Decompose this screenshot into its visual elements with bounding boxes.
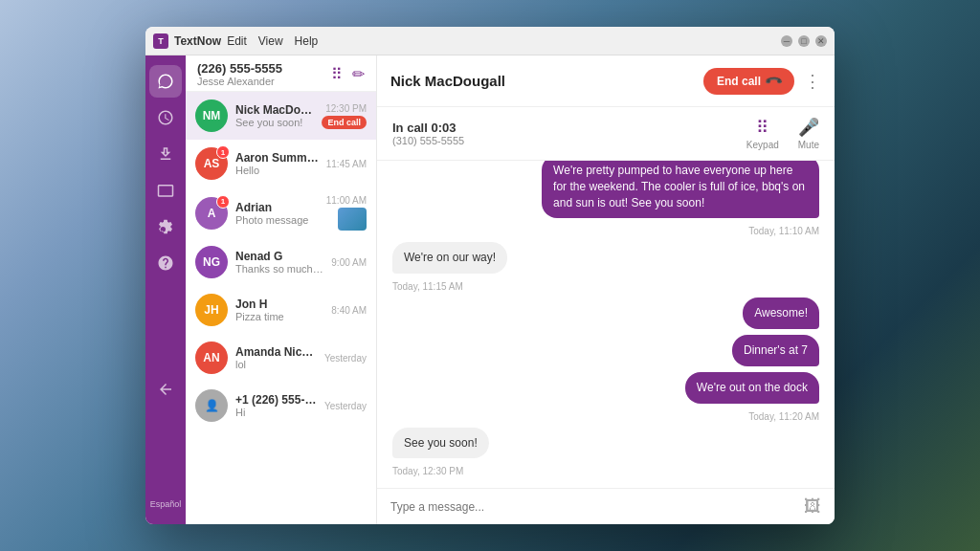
compose-icon[interactable]: ✏ bbox=[352, 65, 365, 83]
messages-container: Hey!We're pretty pumped to have everyone… bbox=[377, 161, 835, 488]
contact-meta: Yesterday bbox=[324, 401, 367, 411]
sidebar-icon-help[interactable] bbox=[149, 247, 182, 279]
contact-items: NM Nick MacDougall See you soon! 12:30 P… bbox=[186, 92, 376, 524]
contact-item[interactable]: NG Nenad G Thanks so much! I hope you...… bbox=[186, 238, 376, 286]
contact-item[interactable]: AS 1 Aaron Summers Hello 11:45 AM bbox=[186, 140, 376, 187]
message-bubble: We're on our way! bbox=[392, 242, 507, 274]
contact-meta: 11:00 AM bbox=[326, 195, 367, 231]
message-timestamp: Today, 11:20 AM bbox=[392, 411, 819, 422]
call-info-bar: In call 0:03 (310) 555-5555 ⠿ Keypad 🎤 M… bbox=[377, 107, 835, 161]
maximize-button[interactable]: □ bbox=[798, 35, 810, 47]
contact-name: Nenad G bbox=[235, 250, 323, 263]
keypad-label: Keypad bbox=[746, 140, 779, 150]
mute-label: Mute bbox=[798, 140, 819, 150]
avatar: JH bbox=[195, 294, 228, 326]
contact-info: Adrian Photo message bbox=[235, 201, 319, 226]
contact-item[interactable]: NM Nick MacDougall See you soon! 12:30 P… bbox=[186, 92, 376, 140]
contact-item[interactable]: JH Jon H Pizza time 8:40 AM bbox=[186, 286, 376, 334]
sidebar-icon-back[interactable] bbox=[149, 373, 182, 406]
contact-name: Adrian bbox=[235, 201, 319, 214]
keypad-button[interactable]: ⠿ Keypad bbox=[746, 117, 779, 150]
keypad-icon: ⠿ bbox=[756, 117, 768, 138]
end-call-badge: End call bbox=[322, 116, 367, 129]
minimize-button[interactable]: ─ bbox=[781, 35, 792, 47]
app-body: Español (226) 555-5555 Jesse Alexander ⠿… bbox=[145, 55, 835, 524]
call-actions: ⠿ Keypad 🎤 Mute bbox=[746, 117, 819, 150]
contact-info: Nenad G Thanks so much! I hope you... bbox=[235, 250, 323, 275]
contact-item[interactable]: 👤 +1 (226) 555-1234 Hi Yesterday bbox=[186, 382, 376, 430]
contact-info: Nick MacDougall See you soon! bbox=[235, 103, 314, 128]
message-input[interactable] bbox=[390, 500, 796, 514]
contact-meta: 8:40 AM bbox=[331, 305, 367, 316]
close-button[interactable]: ✕ bbox=[815, 35, 827, 47]
sidebar-icon-tablet[interactable] bbox=[149, 174, 182, 207]
attach-icon[interactable]: 🖼 bbox=[804, 496, 821, 517]
message-bubble: See you soon! bbox=[392, 428, 489, 459]
dialpad-icon[interactable]: ⠿ bbox=[331, 65, 343, 83]
message-row: Dinner's at 7 bbox=[392, 335, 819, 366]
contact-time: 11:00 AM bbox=[326, 195, 367, 206]
message-row: We're out on the dock bbox=[392, 372, 819, 404]
message-timestamp: Today, 11:15 AM bbox=[392, 281, 819, 292]
menu-view[interactable]: View bbox=[258, 34, 283, 48]
user-name: Jesse Alexander bbox=[197, 76, 282, 87]
contact-info: Jon H Pizza time bbox=[235, 298, 323, 322]
avatar: NG bbox=[195, 246, 228, 278]
message-timestamp: Today, 11:10 AM bbox=[392, 226, 819, 236]
end-call-button[interactable]: End call 📞 bbox=[703, 68, 794, 95]
message-bubble: Awesome! bbox=[743, 298, 819, 329]
sidebar-icon-settings[interactable] bbox=[149, 210, 182, 243]
avatar: NM bbox=[195, 99, 228, 132]
contact-time: 12:30 PM bbox=[325, 103, 367, 114]
title-bar: T TextNow Edit View Help ─ □ ✕ bbox=[145, 27, 835, 55]
sidebar-icon-messages[interactable] bbox=[149, 65, 182, 98]
avatar: A 1 bbox=[195, 197, 228, 230]
contact-name: Aaron Summers bbox=[235, 151, 319, 165]
app-name: TextNow bbox=[174, 34, 221, 48]
phone-number: (226) 555-5555 bbox=[197, 61, 282, 76]
contact-name: +1 (226) 555-1234 bbox=[235, 393, 317, 407]
contact-item[interactable]: AN Amanda Nicole lol Yesterday bbox=[186, 334, 376, 382]
contact-name: Nick MacDougall bbox=[235, 103, 314, 117]
message-bubble: We're out on the dock bbox=[685, 372, 819, 404]
contact-preview: Thanks so much! I hope you... bbox=[235, 263, 323, 275]
avatar: AN bbox=[195, 342, 228, 374]
menu-edit[interactable]: Edit bbox=[227, 34, 247, 48]
sidebar-icon-download[interactable] bbox=[149, 138, 182, 170]
avatar: 👤 bbox=[195, 389, 228, 422]
contact-preview: Hi bbox=[235, 407, 317, 418]
message-row: We're on our way! bbox=[392, 242, 819, 274]
unread-badge: 1 bbox=[216, 195, 230, 209]
window-controls: ─ □ ✕ bbox=[781, 35, 827, 47]
message-row: Awesome! bbox=[392, 298, 819, 329]
in-call-text: In call 0:03 bbox=[392, 121, 464, 135]
message-timestamp: Today, 12:30 PM bbox=[392, 466, 819, 476]
contact-info: Amanda Nicole lol bbox=[235, 345, 317, 370]
message-bubble: Dinner's at 7 bbox=[732, 335, 819, 366]
contact-time: Yesterday bbox=[324, 353, 367, 364]
unread-badge: 1 bbox=[216, 145, 230, 159]
sidebar-icon-speed[interactable] bbox=[149, 101, 182, 134]
chat-contact-name: Nick MacDougall bbox=[390, 73, 505, 89]
contact-time: 9:00 AM bbox=[331, 257, 367, 268]
header-icons: ⠿ ✏ bbox=[331, 65, 365, 83]
contact-preview: lol bbox=[235, 359, 317, 370]
contact-info: +1 (226) 555-1234 Hi bbox=[235, 393, 317, 418]
contact-list: (226) 555-5555 Jesse Alexander ⠿ ✏ NM Ni… bbox=[186, 55, 377, 524]
mute-icon: 🎤 bbox=[798, 117, 819, 138]
contact-preview: Photo message bbox=[235, 214, 319, 226]
contact-time: 11:45 AM bbox=[326, 159, 367, 169]
mute-button[interactable]: 🎤 Mute bbox=[798, 117, 819, 150]
contact-meta: 12:30 PM End call bbox=[322, 103, 367, 129]
menu-bar: Edit View Help bbox=[227, 34, 318, 48]
message-row: We're pretty pumped to have everyone up … bbox=[392, 161, 819, 218]
more-options-icon[interactable]: ⋮ bbox=[804, 71, 821, 92]
message-row: See you soon! bbox=[392, 428, 819, 459]
sidebar-icons: Español bbox=[145, 55, 186, 524]
menu-help[interactable]: Help bbox=[295, 34, 319, 48]
contact-info: Aaron Summers Hello bbox=[235, 151, 319, 176]
contact-item[interactable]: A 1 Adrian Photo message 11:00 AM bbox=[186, 187, 376, 238]
contact-name: Amanda Nicole bbox=[235, 345, 317, 359]
sidebar-lang-label: Español bbox=[150, 499, 182, 515]
message-bubble: We're pretty pumped to have everyone up … bbox=[542, 161, 819, 218]
